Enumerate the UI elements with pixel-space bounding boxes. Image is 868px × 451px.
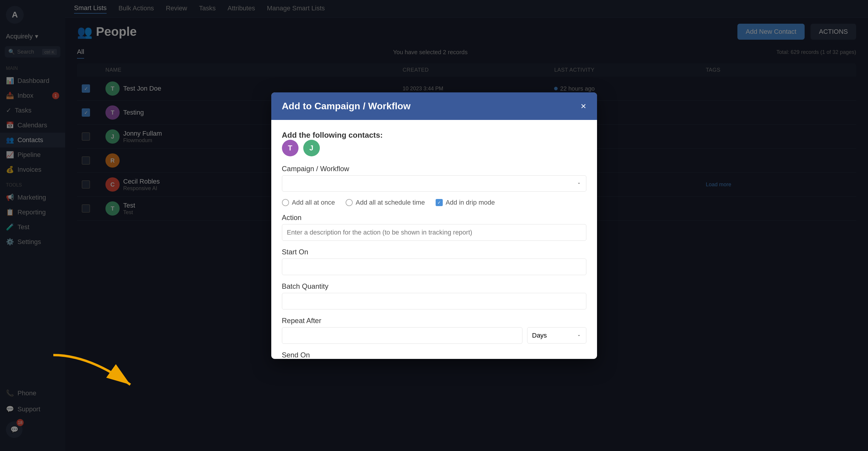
repeat-after-label: Repeat After	[282, 317, 586, 325]
action-label: Action	[282, 214, 586, 222]
contacts-section: Add the following contacts: T J	[282, 131, 586, 156]
start-on-input[interactable]	[282, 259, 586, 275]
modal-overlay: Add to Campaign / Workflow × Add the fol…	[0, 0, 868, 451]
contact-chip-j: J	[303, 140, 320, 156]
contact-chip-t: T	[282, 140, 299, 156]
radio-options-group: Add all at once Add all at schedule time…	[282, 199, 586, 206]
checkbox-box-drip: ✓	[436, 199, 443, 206]
checkbox-drip: ✓	[436, 199, 443, 206]
campaign-select[interactable]	[282, 175, 586, 192]
modal-close-button[interactable]: ×	[581, 101, 586, 111]
campaign-workflow-group: Campaign / Workflow	[282, 165, 586, 192]
start-on-label: Start On	[282, 248, 586, 256]
add-campaign-modal: Add to Campaign / Workflow × Add the fol…	[271, 92, 597, 359]
campaign-label: Campaign / Workflow	[282, 165, 586, 173]
batch-quantity-input[interactable]	[282, 293, 586, 310]
send-on-label: Send On	[282, 351, 586, 359]
radio-circle-once	[282, 199, 289, 206]
batch-quantity-group: Batch Quantity	[282, 282, 586, 310]
repeat-input[interactable]	[282, 327, 522, 344]
action-input[interactable]	[282, 224, 586, 241]
modal-header: Add to Campaign / Workflow ×	[271, 92, 597, 120]
modal-body: Add the following contacts: T J Campaign…	[271, 120, 597, 359]
action-group: Action	[282, 214, 586, 241]
repeat-row: Days Hours Weeks	[282, 327, 586, 344]
contacts-row: T J	[282, 140, 586, 156]
repeat-after-group: Repeat After Days Hours Weeks	[282, 317, 586, 344]
modal-title: Add to Campaign / Workflow	[282, 101, 411, 111]
send-on-group: Send On Mon Tue Wed Thu Fri Sat Sun	[282, 351, 586, 359]
repeat-unit-select[interactable]: Days Hours Weeks	[527, 327, 586, 344]
radio-add-drip[interactable]: ✓ Add in drip mode	[436, 199, 495, 206]
batch-quantity-label: Batch Quantity	[282, 282, 586, 290]
radio-add-at-once[interactable]: Add all at once	[282, 199, 335, 206]
contacts-section-title: Add the following contacts:	[282, 131, 383, 139]
radio-circle-schedule	[346, 199, 353, 206]
radio-add-at-schedule[interactable]: Add all at schedule time	[346, 199, 425, 206]
start-on-group: Start On	[282, 248, 586, 275]
